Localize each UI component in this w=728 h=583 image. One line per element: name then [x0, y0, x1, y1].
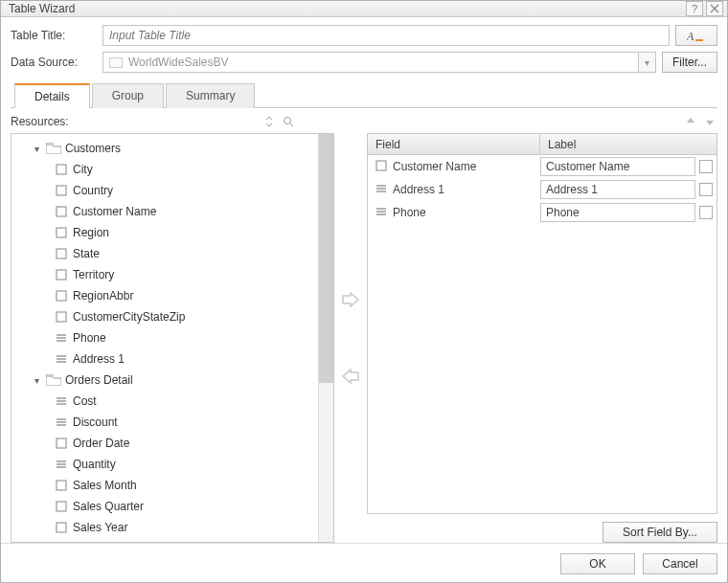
scrollbar-thumb[interactable] — [319, 134, 333, 383]
tree-item[interactable]: Sales Quarter — [11, 496, 318, 517]
tree-item[interactable]: ▾Orders Detail — [11, 370, 318, 391]
tree-item-label: Discount — [73, 415, 118, 429]
lines-icon — [54, 332, 69, 344]
font-button[interactable]: A — [675, 25, 717, 46]
tree-item[interactable]: RegionAbbr — [11, 285, 318, 306]
box-icon — [54, 501, 69, 512]
resources-tree: ▾CustomersCityCountryCustomer NameRegion… — [11, 133, 334, 543]
tree-item-label: Customers — [65, 142, 121, 155]
label-input[interactable] — [540, 203, 695, 222]
lines-icon — [54, 416, 69, 428]
close-button[interactable] — [706, 1, 723, 16]
search-icon[interactable] — [281, 114, 296, 129]
titlebar: Table Wizard ? — [1, 1, 727, 17]
box-icon — [54, 206, 69, 217]
tab-group[interactable]: Group — [92, 83, 164, 108]
box-icon — [375, 160, 387, 174]
field-name: Customer Name — [393, 160, 476, 173]
expander-icon[interactable]: ▾ — [34, 375, 46, 386]
tree-item[interactable]: Country — [11, 180, 318, 201]
tree-item-label: Country — [73, 184, 113, 197]
data-source-value: WorldWideSalesBV — [128, 56, 228, 69]
fields-grid: Field Label Customer NameAddress 1Phone — [367, 133, 717, 514]
grid-row[interactable]: Phone — [368, 201, 717, 224]
content-area: Table Title: A Data Source: WorldWideSal… — [1, 17, 727, 543]
dialog-footer: OK Cancel — [1, 543, 727, 583]
table-title-input[interactable] — [102, 25, 670, 46]
tree-item[interactable]: Address 1 — [11, 348, 318, 370]
box-icon — [54, 164, 69, 175]
sort-icon[interactable] — [262, 114, 277, 129]
svg-point-1 — [284, 118, 291, 124]
expander-icon[interactable]: ▾ — [34, 144, 46, 154]
folder-icon — [46, 143, 61, 154]
tree-item-label: Customer Name — [73, 205, 156, 218]
tree-item-label: City — [73, 163, 93, 176]
tree-item-label: Quantity — [73, 458, 116, 471]
help-button[interactable]: ? — [686, 1, 703, 16]
tree-item[interactable]: Region — [11, 222, 318, 243]
tree-item[interactable]: Cost — [11, 391, 318, 412]
checkbox[interactable] — [699, 160, 713, 173]
resources-label: Resources: — [11, 115, 69, 128]
ok-button[interactable]: OK — [560, 553, 635, 574]
tree-item[interactable]: ▾Customers — [11, 138, 318, 159]
svg-text:A: A — [687, 30, 694, 42]
table-title-label: Table Title: — [11, 29, 97, 42]
label-input[interactable] — [540, 157, 695, 176]
tree-item[interactable]: Phone — [11, 327, 318, 348]
tab-bar: Details Group Summary — [11, 82, 717, 108]
column-field[interactable]: Field — [368, 134, 540, 154]
tree-item[interactable]: Territory — [11, 264, 318, 285]
data-source-select[interactable]: WorldWideSalesBV — [102, 52, 639, 73]
move-up-icon[interactable] — [683, 114, 698, 129]
tree-item-label: Sales Year — [73, 521, 127, 534]
box-icon — [54, 522, 69, 533]
tree-item[interactable]: State — [11, 243, 318, 264]
tree-item-label: Sales Month — [73, 479, 137, 492]
box-icon — [54, 437, 69, 449]
tree-item[interactable]: CustomerCityStateZip — [11, 306, 318, 327]
checkbox[interactable] — [699, 206, 713, 219]
add-field-button[interactable] — [339, 288, 362, 311]
checkbox[interactable] — [699, 183, 713, 196]
sort-field-by-button[interactable]: Sort Field By... — [603, 522, 717, 543]
table-wizard-dialog: Table Wizard ? Table Title: A Data Sourc… — [0, 0, 728, 583]
grid-row[interactable]: Customer Name — [368, 155, 717, 178]
box-icon — [54, 480, 69, 491]
move-down-icon[interactable] — [702, 114, 717, 129]
filter-button[interactable]: Filter... — [662, 52, 717, 73]
tree-item[interactable]: Sales Month — [11, 475, 318, 496]
lines-icon — [375, 183, 387, 197]
tree-item-label: Territory — [73, 268, 114, 281]
folder-icon — [46, 374, 61, 386]
tree-item[interactable]: City — [11, 159, 318, 180]
field-name: Phone — [393, 206, 426, 219]
lines-icon — [54, 395, 69, 407]
tree-item-label: Orders Detail — [65, 373, 133, 387]
tree-item-label: Cost — [73, 394, 97, 408]
tab-details[interactable]: Details — [14, 83, 90, 108]
tree-item-label: State — [73, 247, 100, 260]
tree-item-label: CustomerCityStateZip — [73, 310, 185, 324]
box-icon — [54, 185, 69, 196]
tree-item[interactable]: Quantity — [11, 454, 318, 475]
window-title: Table Wizard — [9, 2, 75, 15]
tree-item-label: Region — [73, 226, 109, 239]
field-name: Address 1 — [393, 183, 444, 196]
remove-field-button[interactable] — [339, 365, 362, 388]
chevron-down-icon[interactable]: ▾ — [639, 52, 656, 73]
tree-item[interactable]: Order Date — [11, 433, 318, 454]
cancel-button[interactable]: Cancel — [643, 553, 717, 574]
column-label[interactable]: Label — [540, 134, 717, 154]
lines-icon — [375, 206, 387, 220]
tab-summary[interactable]: Summary — [166, 83, 255, 108]
tree-item[interactable]: Sales Year — [11, 517, 318, 538]
label-input[interactable] — [540, 180, 695, 199]
grid-row[interactable]: Address 1 — [368, 178, 717, 201]
box-icon — [54, 290, 69, 302]
tree-item-label: RegionAbbr — [73, 289, 133, 303]
tree-item[interactable]: Customer Name — [11, 201, 318, 222]
scrollbar[interactable] — [318, 134, 333, 542]
tree-item[interactable]: Discount — [11, 412, 318, 433]
